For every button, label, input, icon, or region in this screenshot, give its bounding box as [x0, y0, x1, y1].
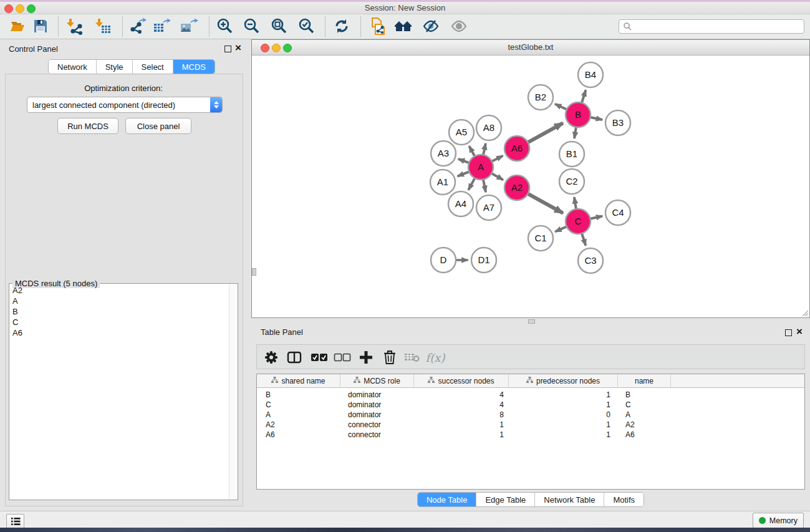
graph-node-C4[interactable]: C4 [605, 200, 630, 225]
column-header-shared-name[interactable]: shared name [257, 374, 340, 387]
graph-node-A8[interactable]: A8 [476, 115, 501, 140]
table-cell[interactable]: C [257, 400, 340, 409]
hide-icon[interactable] [422, 17, 440, 36]
tab-node-table[interactable]: Node Table [418, 493, 477, 506]
table-cell[interactable]: A [618, 410, 671, 419]
table-cell[interactable]: 8 [414, 410, 509, 419]
tab-select[interactable]: Select [133, 60, 173, 74]
graph-node-C2[interactable]: C2 [559, 169, 584, 194]
column-header-predecessor-nodes[interactable]: predecessor nodes [509, 374, 618, 387]
table-cell[interactable]: 1 [414, 420, 509, 429]
tab-edge-table[interactable]: Edge Table [476, 493, 535, 506]
add-column-icon[interactable] [357, 348, 375, 367]
memory-button[interactable]: Memory [753, 513, 804, 528]
table-cell[interactable]: 4 [414, 390, 509, 399]
graph-node-A2[interactable]: A2 [504, 175, 529, 200]
delete-table-icon[interactable] [403, 348, 422, 367]
table-cell[interactable]: dominator [340, 400, 414, 409]
table-cell[interactable]: B [618, 390, 671, 399]
resize-grip-icon[interactable] [801, 309, 809, 317]
graph-node-A6[interactable]: A6 [504, 136, 529, 161]
table-cell[interactable]: connector [340, 420, 414, 429]
graph-node-A1[interactable]: A1 [430, 170, 455, 195]
network-file-icon[interactable] [369, 17, 388, 36]
import-table-icon[interactable] [94, 17, 113, 36]
mcds-result-list[interactable]: A2ABCA6 [9, 285, 229, 500]
table-cell[interactable]: C [618, 400, 671, 409]
tab-motifs[interactable]: Motifs [604, 493, 644, 506]
float-table-panel-icon[interactable] [785, 329, 792, 336]
result-scrollbar[interactable] [229, 284, 238, 500]
trash-icon[interactable] [380, 348, 399, 367]
table-cell[interactable]: 1 [414, 430, 509, 439]
columns-icon[interactable] [285, 348, 304, 367]
run-mcds-button[interactable]: Run MCDS [57, 118, 118, 134]
zoom-in-icon[interactable] [216, 17, 234, 36]
column-header-name[interactable]: name [618, 374, 671, 387]
save-session-icon[interactable] [31, 17, 50, 36]
close-panel-icon[interactable]: × [235, 44, 241, 52]
network-canvas[interactable]: B4B2BB3A5A8A6A3B1AA1C2A2A4A7C4CC1DD1C3 [252, 56, 809, 317]
graph-node-B3[interactable]: B3 [605, 110, 630, 135]
home-icon[interactable] [394, 17, 413, 36]
zoom-out-icon[interactable] [243, 17, 261, 36]
graph-node-C3[interactable]: C3 [578, 248, 603, 273]
table-cell[interactable]: A [257, 410, 340, 419]
float-panel-icon[interactable] [224, 46, 231, 52]
graph-node-B4[interactable]: B4 [578, 62, 603, 87]
table-cell[interactable]: A6 [618, 430, 671, 439]
zoom-fit-icon[interactable] [270, 17, 289, 36]
graph-node-A[interactable]: A [468, 155, 493, 180]
refresh-layout-icon[interactable] [332, 17, 351, 36]
canvas-left-nub[interactable] [252, 268, 256, 276]
table-cell[interactable]: A2 [618, 420, 671, 429]
table-cell[interactable]: A2 [257, 420, 340, 429]
unchecked-boxes-icon[interactable] [333, 348, 352, 367]
search-input[interactable] [634, 21, 804, 32]
tab-network-table[interactable]: Network Table [535, 493, 604, 506]
export-image-icon[interactable] [180, 17, 198, 36]
table-cell[interactable]: B [257, 390, 340, 399]
table-cell[interactable]: A6 [257, 430, 340, 439]
table-cell[interactable]: dominator [340, 410, 414, 419]
close-panel-button[interactable]: Close panel [125, 118, 191, 134]
import-network-icon[interactable] [65, 17, 84, 36]
zoom-selected-icon[interactable] [297, 17, 316, 36]
panel-divider-nub[interactable] [528, 319, 535, 324]
tab-network[interactable]: Network [49, 60, 97, 74]
table-cell[interactable]: connector [340, 430, 414, 439]
gear-icon[interactable] [262, 348, 281, 367]
graph-node-A7[interactable]: A7 [476, 195, 501, 220]
table-cell[interactable]: 1 [509, 430, 618, 439]
graph-node-B1[interactable]: B1 [559, 142, 584, 167]
table-cell[interactable]: 1 [509, 400, 618, 409]
table-cell[interactable]: 1 [509, 420, 618, 429]
table-cell[interactable]: dominator [340, 390, 414, 399]
graph-node-A5[interactable]: A5 [449, 120, 474, 145]
checked-boxes-icon[interactable] [310, 348, 329, 367]
graph-node-D1[interactable]: D1 [471, 248, 496, 273]
table-cell[interactable]: 0 [509, 410, 618, 419]
open-session-icon[interactable] [8, 17, 27, 36]
close-table-panel-icon[interactable]: × [796, 328, 803, 336]
criterion-select[interactable]: largest connected component (directed) [27, 97, 223, 113]
graph-node-D[interactable]: D [431, 248, 456, 273]
table-cell[interactable]: 1 [509, 390, 618, 399]
tab-mcds[interactable]: MCDS [173, 60, 215, 74]
task-history-button[interactable] [6, 514, 24, 529]
graph-node-C[interactable]: C [566, 209, 591, 234]
export-table-icon[interactable] [153, 17, 171, 36]
function-icon[interactable]: f(x) [423, 348, 448, 367]
search-field[interactable] [619, 19, 804, 34]
graph-node-B2[interactable]: B2 [528, 85, 553, 110]
column-header-successor-nodes[interactable]: successor nodes [414, 374, 509, 387]
network-window-titlebar[interactable]: testGlobe.txt [252, 40, 809, 56]
graph-node-A4[interactable]: A4 [448, 191, 473, 216]
graph-node-A3[interactable]: A3 [431, 141, 456, 166]
export-network-icon[interactable] [128, 17, 147, 36]
tab-style[interactable]: Style [97, 60, 133, 74]
eye-icon[interactable] [450, 17, 468, 36]
graph-node-B[interactable]: B [566, 102, 591, 127]
table-cell[interactable]: 4 [414, 400, 509, 409]
column-header-MCDS-role[interactable]: MCDS role [340, 374, 414, 387]
